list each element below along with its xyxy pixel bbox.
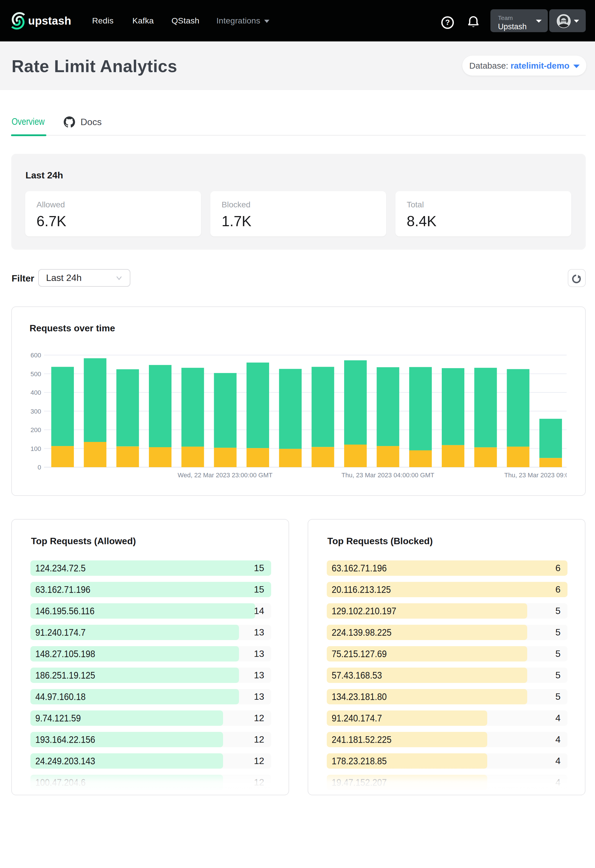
- svg-text:400: 400: [30, 389, 41, 396]
- svg-text:Thu, 23 Mar 2023 09:00:00 GMT: Thu, 23 Mar 2023 09:00:00 GMT: [504, 471, 567, 479]
- svg-text:100: 100: [30, 445, 41, 452]
- svg-text:0: 0: [38, 464, 41, 471]
- svg-text:?: ?: [445, 18, 450, 27]
- svg-text:600: 600: [30, 351, 41, 359]
- svg-text:Wed, 22 Mar 2023 23:00:00 GMT: Wed, 22 Mar 2023 23:00:00 GMT: [177, 471, 272, 479]
- svg-text:200: 200: [30, 426, 41, 434]
- svg-text:Thu, 23 Mar 2023 04:00:00 GMT: Thu, 23 Mar 2023 04:00:00 GMT: [341, 471, 434, 479]
- svg-text:500: 500: [30, 371, 41, 378]
- svg-text:300: 300: [30, 408, 41, 415]
